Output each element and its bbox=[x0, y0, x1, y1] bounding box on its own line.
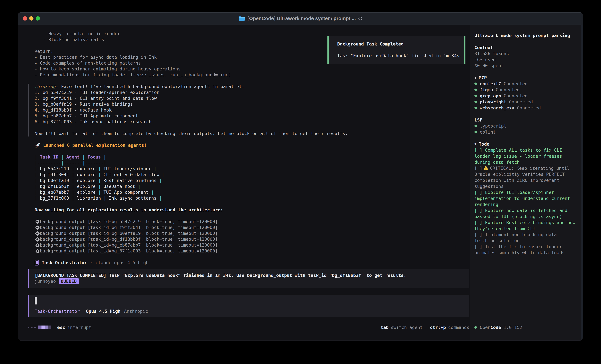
rocket-icon bbox=[35, 142, 40, 148]
context-spent: $0.00 spent bbox=[474, 63, 581, 69]
todo-section-toggle[interactable]: ▼ Todo bbox=[474, 141, 581, 147]
todo-item: [ ] Implement non-blocking data fetching… bbox=[474, 231, 576, 244]
queued-message-text: [BACKGROUND TASK COMPLETED] Task "Explor… bbox=[35, 272, 464, 278]
status-dot-icon bbox=[474, 326, 477, 329]
thinking-item: 3. bg_b0effa19 - Rust native bindings bbox=[35, 101, 469, 107]
thinking-label: Thinking: bbox=[35, 84, 59, 89]
thinking-item: 4. bg_df18bb3f - useData hook bbox=[35, 107, 469, 113]
gear-icon bbox=[35, 242, 40, 248]
table-row: bg_eb87ebb7exploreTUI App component bbox=[35, 189, 469, 195]
minimize-window-button[interactable] bbox=[29, 16, 33, 20]
thinking-item: 1. bg_5547c219 - TUI loader/spinner expl… bbox=[35, 89, 469, 96]
table-row: bg_df18bb3fexploreuseData hook bbox=[35, 183, 469, 189]
activity-spinner-icon bbox=[28, 327, 36, 328]
sidebar: Ultrawork mode system prompt parsing Con… bbox=[470, 25, 581, 341]
close-window-button[interactable] bbox=[23, 16, 27, 20]
gear-icon bbox=[35, 225, 40, 230]
status-dot-icon bbox=[474, 125, 477, 127]
output-line: - Heavy computation in render bbox=[43, 31, 469, 37]
thinking-intro: Thinking: Excellent! I've launched 6 bac… bbox=[35, 84, 469, 89]
titlebar: [OpenCode] Ultrawork mode system prompt … bbox=[18, 12, 583, 25]
todo-item: [ ] Explore Rust core bindings and how t… bbox=[474, 220, 576, 231]
tool-call-line: background_output [task_id=bg_b0effa19, … bbox=[28, 230, 469, 236]
table-row: bg_b0effa19exploreRust native bindings bbox=[35, 178, 469, 183]
loading-spinner-icon bbox=[359, 17, 362, 20]
thinking-outro: Now I'll wait for all of them to complet… bbox=[35, 131, 469, 136]
status-dot-icon bbox=[474, 95, 477, 97]
task-table: Task IDAgentFocus |---------|-------|---… bbox=[28, 154, 469, 201]
app-version: OpenCode 1.0.152 bbox=[474, 324, 522, 330]
message-user: junhoyeo bbox=[35, 278, 56, 284]
mcp-item: context7Connected bbox=[474, 81, 581, 87]
lsp-item: typescript bbox=[474, 123, 581, 129]
esc-key-hint: esc bbox=[57, 325, 65, 330]
terminal-output: - Heavy computation in render - Blocking… bbox=[28, 25, 469, 341]
lsp-heading: LSP bbox=[474, 117, 581, 123]
mcp-item: grep_appConnected bbox=[474, 93, 581, 99]
toast-title: Background Task Completed bbox=[337, 41, 462, 47]
ctrlp-key-hint: ctrl+p bbox=[430, 325, 446, 330]
context-heading: Context bbox=[474, 45, 581, 51]
input-provider-name: Anthropic bbox=[124, 308, 148, 314]
tool-call-line: background_output [task_id=bg_5547c219, … bbox=[28, 219, 469, 225]
thinking-block: Thinking: Excellent! I've launched 6 bac… bbox=[28, 84, 469, 136]
gear-icon bbox=[35, 248, 40, 254]
todo-item: [ ] Test the fix to ensure loader animat… bbox=[474, 244, 576, 256]
activity-blocks-icon bbox=[38, 326, 51, 329]
announcement-line: Launched 6 parallel exploration agents! bbox=[28, 142, 469, 148]
thinking-item: 6. bg_37f1c003 - Ink async patterns rese… bbox=[35, 119, 469, 125]
agent-status-line: Task-Orchestrator · claude-opus-4-5-high bbox=[28, 260, 469, 266]
todo-list: [ ] Complete ALL tasks to fix CLI loader… bbox=[474, 147, 576, 256]
waiting-line: Now waiting for all exploration results … bbox=[28, 207, 469, 213]
todo-item: [ ] Explore TUI loader/spinner implement… bbox=[474, 189, 576, 207]
todo-item: [ ]CRITICAL: Keep iterating until Oracle… bbox=[474, 165, 576, 189]
table-row: bg_37f1c003librarianInk async patterns bbox=[35, 195, 469, 201]
mcp-section-toggle[interactable]: ▼ MCP bbox=[474, 75, 581, 81]
tool-call-line: background_output [task_id=bg_f9ff3041, … bbox=[28, 225, 469, 230]
queued-badge: QUEUED bbox=[59, 278, 79, 284]
session-title: Ultrawork mode system prompt parsing bbox=[474, 32, 581, 38]
zoom-window-button[interactable] bbox=[36, 16, 40, 20]
toast-body: Task "Explore useData hook" finished in … bbox=[337, 53, 462, 59]
agent-icon bbox=[35, 260, 39, 266]
folder-icon bbox=[239, 16, 245, 21]
input-agent-name: Task-Orchestrator bbox=[35, 308, 80, 314]
status-dot-icon bbox=[474, 88, 477, 91]
thinking-item: 5. bg_eb87ebb7 - TUI App main component bbox=[35, 113, 469, 119]
status-bar: esc interrupt tab switch agent ctrl+p co… bbox=[28, 325, 469, 330]
prompt-input[interactable]: Task-Orchestrator Opus 4.5 High Anthropi… bbox=[28, 295, 469, 317]
todo-item: [ ] Complete ALL tasks to fix CLI loader… bbox=[474, 147, 576, 165]
tool-call-line: background_output [task_id=bg_df18bb3f, … bbox=[28, 236, 469, 242]
table-row: bg_f9ff3041exploreCLI entry & data flow bbox=[35, 172, 469, 178]
input-model-name: Opus 4.5 High bbox=[86, 308, 120, 314]
agent-name: Task-Orchestrator bbox=[42, 260, 87, 266]
gear-icon bbox=[35, 219, 40, 224]
announcement-text: Launched 6 parallel exploration agents! bbox=[43, 142, 147, 148]
tool-call-line: background_output [task_id=bg_eb87ebb7, … bbox=[28, 242, 469, 248]
todo-item: [ ] Explore how data is fetched and pass… bbox=[474, 207, 576, 220]
table-row: bg_5547c219exploreTUI loader/spinner bbox=[35, 166, 469, 172]
chevron-down-icon: ▼ bbox=[474, 141, 477, 147]
output-line: - Recommendations for fixing loader free… bbox=[35, 72, 469, 78]
agent-model: claude-opus-4-5-high bbox=[96, 260, 149, 266]
tab-key-hint: tab bbox=[381, 325, 389, 330]
chevron-down-icon: ▼ bbox=[474, 75, 477, 81]
thinking-item: 2. bg_f9ff3041 - CLI entry point and dat… bbox=[35, 96, 469, 101]
background-task-toast[interactable]: Background Task Completed Task "Explore … bbox=[327, 36, 465, 64]
output-line: - How to keep spinner animating during h… bbox=[35, 66, 469, 72]
status-dot-icon bbox=[474, 131, 477, 133]
status-dot-icon bbox=[474, 101, 477, 103]
status-dot-icon bbox=[474, 83, 477, 85]
tool-call-line: background_output [task_id=bg_37f1c003, … bbox=[28, 248, 469, 254]
traffic-lights bbox=[23, 16, 40, 20]
scrollbar[interactable] bbox=[581, 25, 583, 341]
lsp-item: eslint bbox=[474, 129, 581, 135]
mcp-item: websearch_exaConnected bbox=[474, 105, 581, 111]
context-tokens: 31,686 tokens bbox=[474, 51, 581, 57]
mcp-item: figmaConnected bbox=[474, 87, 581, 93]
mcp-item: playwrightConnected bbox=[474, 99, 581, 105]
queued-message-panel: [BACKGROUND TASK COMPLETED] Task "Explor… bbox=[28, 268, 469, 288]
warning-icon bbox=[483, 165, 489, 170]
context-used: 16% used bbox=[474, 57, 581, 63]
window-title: [OpenCode] Ultrawork mode system prompt … bbox=[247, 16, 356, 21]
